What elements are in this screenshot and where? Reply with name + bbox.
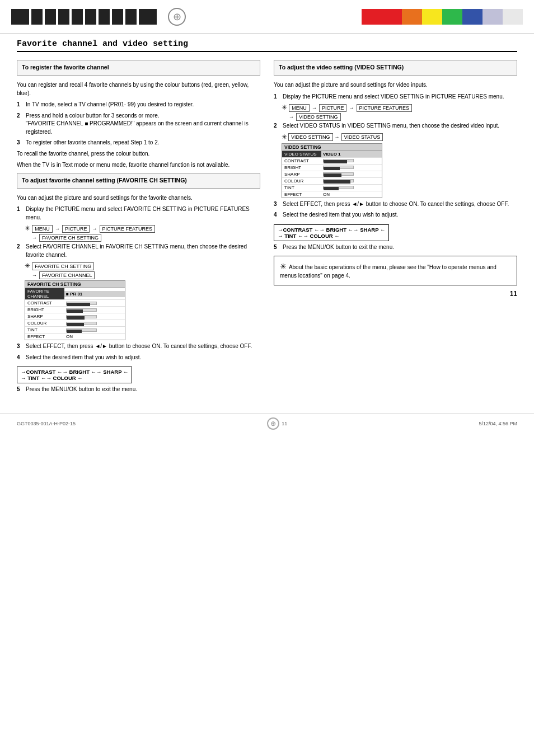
s2-step1-num: 1 bbox=[17, 205, 20, 214]
color-red bbox=[362, 9, 382, 25]
menu-val-sharp bbox=[64, 314, 125, 319]
progress-bar-contrast-r bbox=[324, 160, 347, 163]
menu-label-colour-r: COLOUR bbox=[282, 178, 321, 184]
progress-tint-left bbox=[66, 328, 97, 332]
progress-bar-sharp-r bbox=[324, 173, 341, 177]
vs-step5-text: Press the MENU/OK button to exit the men… bbox=[283, 243, 517, 252]
menu-path-2b-left: → FAVORITE CHANNEL bbox=[31, 271, 260, 278]
top-block-4 bbox=[58, 9, 69, 25]
asterisk-1: ✳ bbox=[25, 224, 32, 232]
top-bar-center: ⊕ bbox=[168, 8, 186, 26]
progress-bright bbox=[66, 308, 97, 312]
video-steps: 1 Display the PICTURE menu and select VI… bbox=[274, 93, 517, 101]
note-text: About the basic operations of the menu, … bbox=[280, 264, 496, 279]
menu-row-contrast-r: CONTRAST bbox=[282, 158, 382, 165]
note-asterisk: ✳ bbox=[280, 262, 289, 271]
menu-row-tint-r: TINT bbox=[282, 185, 382, 191]
menu-row-bright: BRIGHT bbox=[25, 307, 125, 313]
section1-title: To register the favorite channel bbox=[22, 64, 255, 71]
right-column: To adjust the video setting (VIDEO SETTI… bbox=[274, 60, 517, 397]
vs-step5-num: 5 bbox=[274, 243, 277, 252]
video-step5: 5 Press the MENU/OK button to exit the m… bbox=[274, 243, 517, 252]
menu-item-video-setting: VIDEO SETTING bbox=[296, 113, 341, 121]
vs-step4-num: 4 bbox=[274, 211, 277, 219]
color-lightblue bbox=[483, 9, 503, 25]
s2-step1-text: Display the PICTURE menu and select FAVO… bbox=[26, 205, 260, 222]
menu-label-colour-left: COLOUR bbox=[25, 320, 64, 326]
menu-table-left: FAVORITE CH SETTING FAVORITE CHANNEL ■ P… bbox=[25, 280, 125, 340]
menu-val-tint-left bbox=[64, 328, 125, 332]
note-box: ✳ About the basic operations of the menu… bbox=[274, 256, 517, 285]
menu-row-fav-channel: FAVORITE CHANNEL ■ PR 01 bbox=[25, 288, 125, 300]
menu-row-tint-left: TINT bbox=[25, 327, 125, 334]
menu-val-effect-r: ON bbox=[321, 191, 382, 198]
video-intro: You can adjust the picture and sound set… bbox=[274, 81, 517, 90]
asterisk-r2: ✳ bbox=[282, 133, 287, 141]
adjust-path-right: →CONTRAST ←→ BRIGHT ←→ SHARP ← → TINT ←→… bbox=[274, 224, 389, 241]
step-2-left: 2 Press and hold a colour button for 3 s… bbox=[17, 112, 260, 137]
section1-intro: You can register and recall 4 favorite c… bbox=[17, 81, 260, 97]
menu-path-2-right: ✳ VIDEO SETTING → VIDEO STATUS bbox=[282, 133, 517, 141]
step2-num: 2 bbox=[17, 112, 20, 120]
menu-row-colour-left: COLOUR bbox=[25, 320, 125, 327]
menu-item-menu-r: MENU bbox=[289, 104, 310, 112]
video-step-1: 1 Display the PICTURE menu and select VI… bbox=[274, 93, 517, 101]
menu-val-sharp-r bbox=[321, 172, 382, 176]
adjust-path-left: →CONTRAST ←→ BRIGHT ←→ SHARP ← → TINT ←→… bbox=[17, 367, 132, 383]
s2-step3-num: 3 bbox=[17, 342, 20, 351]
s2-step4-text: Select the desired item that you wish to… bbox=[26, 354, 260, 362]
menu-label-effect-r: EFFECT bbox=[282, 191, 321, 198]
s2-step5-text: Press the MENU/OK button to exit the men… bbox=[26, 386, 260, 394]
top-bar-left-blocks bbox=[11, 9, 157, 25]
vs-step2-num: 2 bbox=[274, 122, 277, 130]
asterisk-2: ✳ bbox=[25, 262, 32, 270]
color-yellow bbox=[422, 9, 442, 25]
step1-text: In TV mode, select a TV channel (PR01- 9… bbox=[26, 101, 260, 109]
step-5-section2: 5 Press the MENU/OK button to exit the m… bbox=[17, 386, 260, 394]
s2-step3-text: Select EFFECT, then press ◄/► button to … bbox=[26, 342, 260, 351]
menu-val-bright-r bbox=[321, 165, 382, 170]
top-block-3 bbox=[45, 9, 56, 25]
step3a-text: To register other favorite channels, rep… bbox=[26, 139, 260, 147]
menu-item-video-setting2: VIDEO SETTING bbox=[288, 133, 333, 141]
progress-contrast-r bbox=[323, 159, 354, 162]
video-step-3: 3 Select EFFECT, then press ◄/► button t… bbox=[274, 200, 517, 209]
top-block-6 bbox=[85, 9, 96, 25]
color-white bbox=[503, 9, 523, 25]
section2-intro: You can adjust the picture and sound set… bbox=[17, 194, 260, 203]
section-video-setting: To adjust the video setting (VIDEO SETTI… bbox=[274, 60, 517, 76]
progress-bar-tint-r bbox=[324, 187, 339, 190]
menu-item-video-status: VIDEO STATUS bbox=[341, 133, 383, 141]
menu-table-right-header: VIDEO SETTING bbox=[282, 144, 382, 151]
top-block-10 bbox=[139, 9, 157, 25]
page-footer: GGT0035-001A-H-P02-15 ⊕ 11 5/12/04, 4:56… bbox=[0, 414, 534, 433]
menu-val-effect-left: ON bbox=[64, 334, 125, 340]
progress-bar-colour-r bbox=[324, 180, 350, 184]
video-steps-3-5: 3 Select EFFECT, then press ◄/► button t… bbox=[274, 200, 517, 219]
step3a-num: 3 bbox=[17, 139, 20, 147]
progress-contrast bbox=[66, 302, 97, 305]
s2-step4-num: 4 bbox=[17, 354, 20, 362]
step2-text: Press and hold a colour button for 3 sec… bbox=[26, 112, 260, 137]
footer-center: ⊕ 11 bbox=[267, 417, 287, 430]
section1-steps: 1 In TV mode, select a TV channel (PR01-… bbox=[17, 101, 260, 147]
video-step-4: 4 Select the desired item that you wish … bbox=[274, 211, 517, 219]
s2-step2-text: Select FAVORITE CHANNEL in FAVORITE CH S… bbox=[26, 243, 260, 259]
top-bar-right-colors bbox=[362, 9, 523, 25]
section2-title: To adjust favorite channel setting (FAVO… bbox=[22, 177, 255, 184]
footer-right: 5/12/04, 4:56 PM bbox=[479, 421, 517, 426]
progress-colour-left bbox=[66, 322, 97, 325]
menu-table-right: VIDEO SETTING VIDEO STATUS VIDEO 1 CONTR… bbox=[282, 143, 382, 198]
menu-item-favorite-ch-setting: FAVORITE CH SETTING bbox=[39, 234, 101, 242]
section-adjust-favorite: To adjust favorite channel setting (FAVO… bbox=[17, 173, 260, 189]
menu-label-bright: BRIGHT bbox=[25, 307, 64, 313]
vs-step1-text: Display the PICTURE menu and select VIDE… bbox=[283, 93, 517, 101]
s2-step5-num: 5 bbox=[17, 386, 20, 394]
text-mode-text: When the TV is in Text mode or menu mode… bbox=[17, 161, 260, 170]
menu-val-bright bbox=[64, 308, 125, 312]
step-3-section2: 3 Select EFFECT, then press ◄/► button t… bbox=[17, 342, 260, 351]
step-4-section2: 4 Select the desired item that you wish … bbox=[17, 354, 260, 362]
video-step-2: 2 Select VIDEO STATUS in VIDEO SETTING m… bbox=[274, 122, 517, 130]
color-blue bbox=[462, 9, 483, 25]
two-column-layout: To register the favorite channel You can… bbox=[17, 60, 517, 397]
